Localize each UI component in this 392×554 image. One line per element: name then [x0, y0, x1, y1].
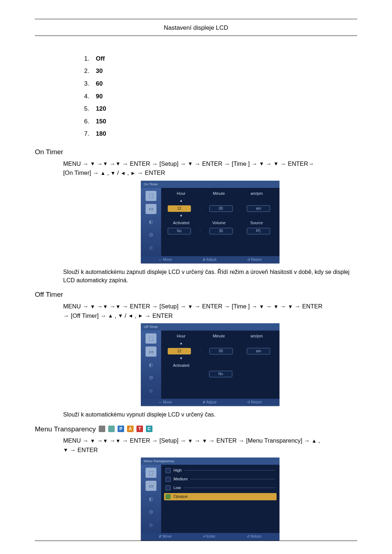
osd-return: Return — [251, 400, 262, 404]
osd-col-hour: Hour — [164, 333, 198, 339]
arrow-down-icon: ▼ — [164, 213, 198, 219]
mode-pill — [99, 426, 105, 432]
osd-col-ampm: am/pm — [240, 191, 274, 197]
osd-tab-icon: ◐ — [146, 217, 156, 227]
osd-ampm[interactable]: am — [247, 205, 270, 212]
osd-move: Move — [163, 534, 171, 538]
osd-activated[interactable]: No — [209, 371, 232, 377]
list-value: 150 — [96, 117, 106, 126]
osd-option-high[interactable]: High — [164, 467, 277, 474]
arrow-down-icon — [202, 437, 207, 445]
t: → ENTER→ — [280, 160, 314, 167]
t: [On Timer] → — [63, 169, 101, 176]
osd-ampm[interactable]: am — [247, 348, 270, 354]
arrow-down-icon — [110, 169, 115, 177]
mode-pill — [108, 426, 115, 432]
list-index: 2. — [81, 67, 89, 76]
section-off-timer-title: Off Timer — [35, 290, 357, 300]
list-value: Off — [96, 54, 105, 63]
t: , — [127, 169, 130, 176]
list-index: 6. — [81, 117, 89, 126]
osd-tab-icon: ▭ — [146, 481, 156, 491]
colon: : — [200, 228, 201, 234]
t: MENU → — [63, 437, 90, 444]
arrow-up-icon — [101, 169, 106, 177]
arrow-left-icon — [121, 169, 126, 177]
t: Menu Transparency — [35, 424, 96, 434]
off-timer-path: MENU → → → → ENTER → [Setup] → → ENTER →… — [63, 302, 357, 320]
t: → ENTER — [137, 169, 165, 176]
t: → — [110, 160, 116, 167]
section-on-timer-title: On Timer — [35, 147, 357, 157]
colon: : — [200, 348, 201, 354]
osd-volume[interactable]: 30 — [209, 228, 233, 234]
mode-pill: A — [127, 426, 134, 432]
t: Medium — [173, 476, 188, 482]
list-value: 90 — [96, 92, 103, 101]
mode-pill: T — [136, 426, 143, 432]
list-value: 30 — [96, 67, 103, 76]
osd-option-low[interactable]: Low — [164, 484, 277, 492]
osd-tab-icon: ⚙ — [146, 230, 156, 240]
on-timer-desc: Slouží k automatickému zapnutí displeje … — [63, 268, 357, 284]
osd-footer: ↔ Move ⇵ Adjust ↺ Return — [141, 256, 279, 264]
osd-col-activated: Activated — [164, 363, 198, 369]
osd-tab-icon: ◐ — [146, 494, 156, 504]
bottom-rule — [35, 541, 357, 541]
osd-return: Return — [251, 534, 262, 538]
t: MENU → — [63, 160, 90, 167]
t: , — [135, 312, 138, 319]
osd-tab-icon: ⎚ — [146, 243, 156, 253]
arrow-down-icon — [115, 303, 121, 311]
mode-pill: P — [118, 426, 124, 432]
arrow-up-icon — [108, 312, 113, 320]
osd-enter: Enter — [207, 534, 216, 538]
on-timer-path: MENU → → → → ENTER → [Setup] → → ENTER →… — [63, 159, 357, 178]
osd-minute[interactable]: 00 — [209, 205, 233, 212]
osd-col-source: Source — [240, 220, 274, 226]
osd-off-timer: Off Timer ⬚ ▭ ◐ ⚙ ⎚ Hour Minute am/pm ▲ — [141, 323, 279, 406]
arrow-down-icon — [259, 160, 264, 168]
osd-icon-strip: ⬚ ▭ ◐ ⚙ ⎚ — [141, 465, 161, 533]
osd-tab-icon: ◐ — [146, 360, 156, 370]
t: , — [107, 169, 110, 176]
checkbox-icon — [166, 477, 171, 482]
osd-source[interactable]: PC — [247, 228, 270, 234]
arrow-down-icon — [103, 160, 108, 168]
list-index: 3. — [81, 79, 89, 89]
check-icon — [166, 494, 171, 499]
osd-minute[interactable]: 00 — [209, 348, 233, 354]
osd-hour[interactable]: 12 — [168, 205, 191, 212]
osd-title: Menu Transparency — [141, 457, 279, 465]
options-list: 1.Off 2.30 3.60 4.90 5.120 6.150 7.180 — [81, 53, 357, 140]
t: → — [110, 437, 116, 444]
osd-activated[interactable]: No — [168, 228, 191, 234]
arrow-down-icon — [115, 160, 121, 168]
osd-tab-icon: ⚙ — [146, 373, 156, 383]
osd-on-timer: On Timer ⬚ ▭ ◐ ⚙ ⎚ Hour Minute am/pm ▲ — [141, 181, 279, 263]
osd-hour[interactable]: 12 — [168, 348, 191, 354]
osd-option-medium[interactable]: Medium — [164, 476, 277, 483]
arrow-left-icon — [128, 312, 133, 320]
checkbox-icon — [166, 468, 171, 473]
osd-option-opaque[interactable]: Opaque — [164, 493, 277, 500]
list-value: 120 — [96, 104, 106, 114]
list-value: 60 — [96, 79, 103, 89]
osd-return: Return — [251, 258, 262, 262]
osd-adjust: Adjust — [206, 258, 216, 262]
arrow-down-icon — [90, 160, 95, 168]
t: MENU → — [63, 303, 90, 309]
osd-footer: ↔ Move ⇵ Adjust ↺ Return — [141, 399, 279, 406]
osd-col-volume: Volume — [202, 220, 236, 226]
arrow-right-icon — [138, 312, 143, 320]
t: → — [97, 160, 103, 167]
osd-col-activated: Activated — [164, 220, 198, 226]
arrow-up-icon: ▲ — [164, 198, 198, 204]
arrow-down-icon — [115, 437, 121, 445]
t: → ENTER — [145, 312, 173, 319]
arrow-down-icon — [90, 437, 95, 445]
t: Opaque — [173, 494, 188, 500]
t: Low — [173, 485, 181, 491]
osd-menu-transparency: Menu Transparency ⬚ ▭ ◐ ⚙ ⎚ High Medium … — [141, 457, 279, 540]
arrow-down-icon — [188, 303, 193, 311]
